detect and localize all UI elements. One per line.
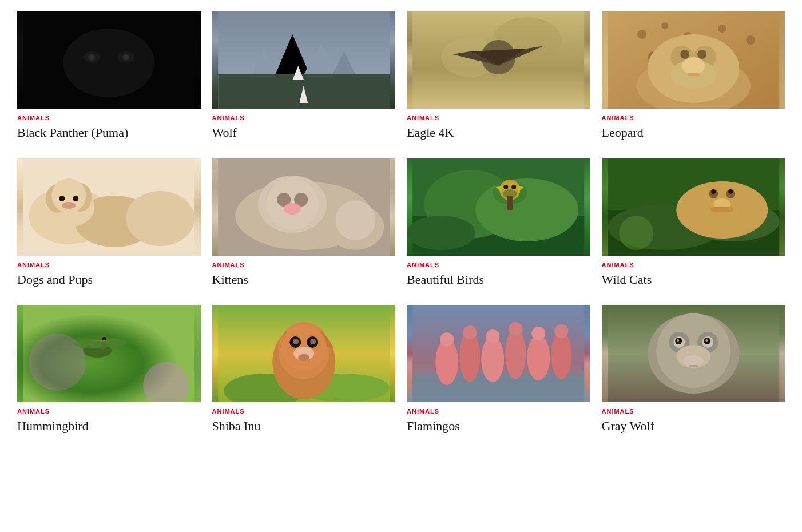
card-image-hummingbird — [17, 305, 201, 402]
card-dogs[interactable]: ANIMALSDogs and Pups — [17, 158, 201, 288]
card-category-eagle: ANIMALS — [407, 114, 590, 121]
card-title-hummingbird[interactable]: Hummingbird — [17, 418, 201, 435]
card-hummingbird[interactable]: ANIMALSHummingbird — [17, 305, 201, 435]
card-kittens[interactable]: ANIMALSKittens — [212, 158, 396, 288]
svg-rect-9 — [218, 74, 390, 109]
svg-point-37 — [682, 57, 705, 74]
card-image-dogs — [17, 158, 201, 256]
card-black-panther[interactable]: ANIMALSBlack Panther (Puma) — [17, 11, 201, 141]
svg-point-24 — [661, 22, 668, 29]
card-title-black-panther[interactable]: Black Panther (Puma) — [17, 125, 201, 141]
svg-point-74 — [511, 185, 516, 189]
card-category-kittens: ANIMALS — [212, 261, 396, 268]
svg-point-73 — [503, 185, 508, 189]
svg-point-123 — [463, 325, 477, 339]
card-category-leopard: ANIMALS — [602, 114, 785, 121]
card-category-wildcats: ANIMALS — [602, 261, 785, 268]
svg-point-1 — [63, 29, 154, 97]
content-grid: ANIMALSBlack Panther (Puma) ANIMALSWolf … — [17, 11, 785, 435]
card-flamingos[interactable]: ANIMALSFlamingos — [407, 305, 590, 435]
svg-point-111 — [310, 339, 316, 344]
card-title-gray-wolf[interactable]: Gray Wolf — [602, 418, 785, 435]
svg-point-121 — [551, 331, 571, 379]
svg-point-49 — [59, 196, 65, 201]
card-image-wolf — [212, 11, 396, 109]
card-image-black-panther — [17, 11, 201, 109]
svg-point-99 — [104, 338, 127, 346]
card-title-wolf[interactable]: Wolf — [212, 125, 396, 141]
svg-rect-38 — [688, 73, 699, 76]
card-image-shiba — [212, 305, 396, 402]
svg-point-62 — [335, 200, 375, 240]
card-category-wolf: ANIMALS — [212, 114, 396, 121]
card-shiba[interactable]: ANIMALSShiba Inu — [212, 305, 396, 435]
svg-point-85 — [711, 189, 716, 194]
svg-point-67 — [407, 216, 475, 250]
card-title-shiba[interactable]: Shiba Inu — [212, 418, 396, 435]
svg-point-26 — [718, 25, 726, 33]
card-category-black-panther: ANIMALS — [17, 114, 201, 121]
svg-point-60 — [284, 203, 301, 215]
card-wildcats[interactable]: ANIMALSWild Cats — [602, 158, 785, 288]
svg-point-27 — [746, 35, 755, 45]
card-category-gray-wolf: ANIMALS — [602, 408, 785, 415]
svg-point-66 — [475, 178, 578, 241]
card-title-wildcats[interactable]: Wild Cats — [602, 272, 785, 288]
card-birds[interactable]: ANIMALSBeautiful Birds — [407, 158, 590, 288]
card-image-leopard — [602, 11, 785, 109]
svg-point-35 — [680, 50, 689, 59]
card-leopard[interactable]: ANIMALSLeopard — [602, 11, 785, 141]
svg-point-88 — [619, 216, 653, 250]
card-title-eagle[interactable]: Eagle 4K — [407, 125, 590, 141]
card-image-kittens — [212, 158, 396, 256]
card-category-flamingos: ANIMALS — [407, 408, 590, 415]
card-eagle[interactable]: ANIMALSEagle 4K — [407, 11, 590, 141]
card-title-leopard[interactable]: Leopard — [602, 125, 785, 141]
card-title-dogs[interactable]: Dogs and Pups — [17, 272, 201, 288]
card-category-dogs: ANIMALS — [17, 261, 201, 268]
card-image-wildcats — [602, 158, 785, 256]
svg-point-110 — [293, 339, 299, 344]
svg-point-126 — [531, 327, 545, 340]
svg-point-98 — [74, 339, 103, 348]
card-image-birds — [407, 158, 590, 256]
svg-point-125 — [509, 322, 522, 336]
svg-point-113 — [298, 354, 309, 361]
card-gray-wolf[interactable]: ANIMALSGray Wolf — [602, 305, 785, 435]
card-category-birds: ANIMALS — [407, 261, 590, 268]
card-wolf[interactable]: ANIMALSWolf — [212, 11, 396, 141]
svg-point-23 — [637, 30, 646, 39]
svg-rect-75 — [507, 196, 513, 210]
card-title-birds[interactable]: Beautiful Birds — [407, 272, 590, 288]
svg-point-36 — [697, 50, 706, 59]
svg-point-122 — [440, 332, 454, 346]
svg-point-86 — [728, 189, 733, 194]
card-category-shiba: ANIMALS — [212, 408, 396, 415]
card-category-hummingbird: ANIMALS — [17, 408, 201, 415]
svg-rect-87 — [710, 207, 733, 212]
svg-point-139 — [677, 339, 679, 342]
card-image-eagle — [407, 11, 590, 109]
card-image-flamingos — [407, 305, 590, 402]
svg-point-120 — [527, 335, 550, 380]
svg-point-124 — [486, 329, 499, 343]
card-image-gray-wolf — [602, 305, 785, 402]
card-title-flamingos[interactable]: Flamingos — [407, 418, 590, 435]
svg-point-42 — [126, 191, 194, 246]
svg-point-51 — [62, 202, 76, 209]
svg-point-6 — [90, 55, 94, 58]
svg-point-140 — [705, 339, 708, 342]
svg-point-50 — [73, 196, 78, 201]
svg-point-127 — [554, 324, 568, 338]
card-title-kittens[interactable]: Kittens — [212, 272, 396, 288]
svg-point-7 — [125, 55, 128, 58]
svg-rect-143 — [689, 365, 698, 367]
